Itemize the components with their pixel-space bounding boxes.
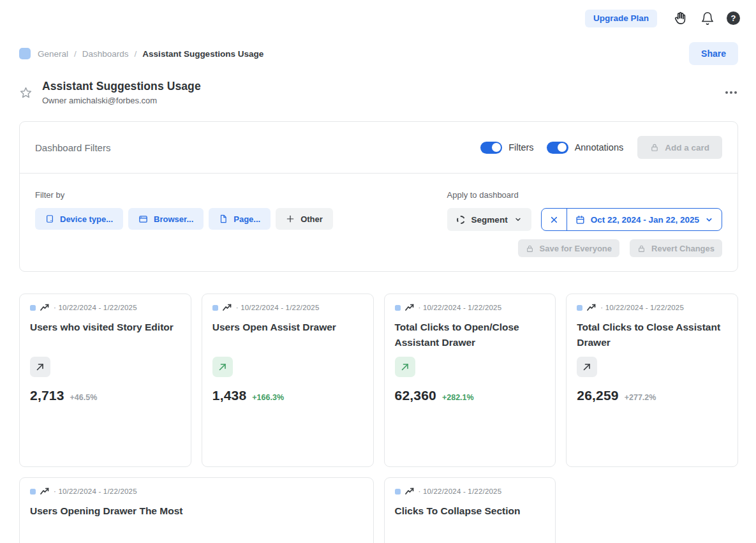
trending-up-icon [405,487,414,495]
dashboard-header: Assistant Suggestions Usage Owner amicha… [19,80,738,105]
annotations-toggle-label: Annotations [575,142,624,152]
toggle-switch[interactable] [480,142,502,154]
metric-value: 2,713 [30,388,64,403]
browser-icon [138,214,148,224]
owner-label: Owner amichalski@forbes.com [42,96,201,105]
metric-delta: +282.1% [442,393,474,402]
other-filter-button[interactable]: Other [276,208,333,230]
question-mark-icon: ? [731,13,736,23]
toggle-switch[interactable] [547,142,568,154]
hand-icon [673,11,688,26]
chevron-down-icon [514,216,522,223]
trending-up-icon [405,304,414,311]
metric-card[interactable]: · 10/22/2024 - 1/22/2025 Users Open Assi… [202,294,374,467]
arrow-up-right-icon [577,357,597,377]
dashboard-filters-panel: Dashboard Filters Filters Annotations Ad… [19,121,738,272]
bell-icon [700,11,715,26]
space-color-icon [19,48,31,59]
metric-card[interactable]: · 10/22/2024 - 1/22/2025 Total Clicks to… [384,294,556,467]
hand-tour-button[interactable] [672,10,688,27]
card-title: Users who visited Story Editor [30,320,181,351]
favorite-star-button[interactable] [19,86,33,100]
card-title: Total Clicks to Open/Close Assistant Dra… [395,320,545,351]
revert-changes-button[interactable]: Revert Changes [630,239,722,257]
star-icon [19,86,33,100]
trending-up-icon [223,304,232,311]
trending-up-icon [40,304,49,311]
trending-up-icon [40,487,49,495]
card-title: Clicks To Collapse Section [395,503,545,535]
plus-icon [286,214,295,223]
metric-value: 1,438 [212,388,247,403]
metric-card[interactable]: · 10/22/2024 - 1/22/2025 Total Clicks to… [566,294,738,467]
trending-up-icon [587,304,596,311]
metric-card[interactable]: · 10/22/2024 - 1/22/2025 Clicks To Colla… [384,477,556,543]
filters-toggle-label: Filters [508,142,533,152]
save-for-everyone-button[interactable]: Save for Everyone [518,239,619,257]
metric-value: 62,360 [395,388,436,403]
metric-card[interactable]: · 10/22/2024 - 1/22/2025 Users Opening D… [19,477,374,543]
clear-date-button[interactable] [542,209,567,230]
page-title: Assistant Suggestions Usage [42,80,201,93]
share-button[interactable]: Share [689,42,738,65]
segment-icon [457,216,465,224]
browser-filter-chip[interactable]: Browser... [128,208,204,230]
card-date-range: · 10/22/2024 - 1/22/2025 [54,304,137,311]
card-color-chip [212,305,218,311]
chevron-down-icon [705,216,713,224]
card-date-range: · 10/22/2024 - 1/22/2025 [54,487,137,495]
annotations-toggle[interactable]: Annotations [547,142,624,154]
breadcrumb-separator: / [74,49,77,59]
filter-by-label: Filter by [35,190,333,200]
apply-label: Apply to dashboard [447,190,722,200]
notifications-button[interactable] [699,10,716,27]
lock-icon [650,143,659,152]
filters-toggle[interactable]: Filters [480,142,533,154]
breadcrumb-separator: / [135,49,137,59]
card-title: Users Open Assist Drawer [212,320,363,351]
metric-delta: +166.3% [252,393,284,402]
card-date-range: · 10/22/2024 - 1/22/2025 [236,304,320,311]
metric-delta: +46.5% [70,393,98,402]
device-icon [45,214,54,223]
more-menu-icon[interactable] [724,87,738,98]
card-color-chip [395,489,401,495]
panel-title: Dashboard Filters [35,142,110,153]
topbar: Upgrade Plan ? [0,0,756,28]
date-range-control: Oct 22, 2024 - Jan 22, 2025 [541,208,722,231]
breadcrumb-general[interactable]: General [38,49,68,59]
card-color-chip [577,305,582,311]
metric-value: 26,259 [577,388,618,403]
apply-to-dashboard-section: Apply to dashboard Segment [447,190,722,231]
card-color-chip [30,489,36,495]
card-date-range: · 10/22/2024 - 1/22/2025 [419,487,502,495]
cards-grid: · 10/22/2024 - 1/22/2025 Users who visit… [19,294,738,543]
card-date-range: · 10/22/2024 - 1/22/2025 [419,304,502,311]
card-color-chip [30,305,36,311]
close-icon [550,216,558,224]
breadcrumb-row: General / Dashboards / Assistant Suggest… [19,42,738,65]
calendar-icon [575,215,585,225]
lock-icon [526,244,534,253]
date-range-dropdown[interactable]: Oct 22, 2024 - Jan 22, 2025 [567,209,722,230]
arrow-up-right-icon [212,357,233,377]
card-title: Total Clicks to Close Assistant Drawer [577,320,727,351]
arrow-up-right-icon [30,357,50,377]
add-card-button[interactable]: Add a card [637,136,722,159]
metric-card[interactable]: · 10/22/2024 - 1/22/2025 Users who visit… [19,294,191,467]
device-type-filter-chip[interactable]: Device type... [35,208,123,230]
upgrade-plan-button[interactable]: Upgrade Plan [585,10,657,27]
arrow-up-right-icon [395,357,415,377]
breadcrumb-dashboards[interactable]: Dashboards [82,49,129,59]
filter-by-section: Filter by Device type... [35,190,333,231]
segment-dropdown[interactable]: Segment [447,208,531,231]
card-date-range: · 10/22/2024 - 1/22/2025 [600,304,684,311]
page-icon [219,214,228,223]
breadcrumb-current: Assistant Suggestions Usage [142,49,263,59]
lock-icon [637,244,646,253]
breadcrumb: General / Dashboards / Assistant Suggest… [19,48,263,59]
help-button[interactable]: ? [727,11,740,25]
card-title: Users Opening Drawer The Most [30,503,363,535]
metric-delta: +277.2% [625,393,656,402]
page-filter-chip[interactable]: Page... [209,208,271,230]
